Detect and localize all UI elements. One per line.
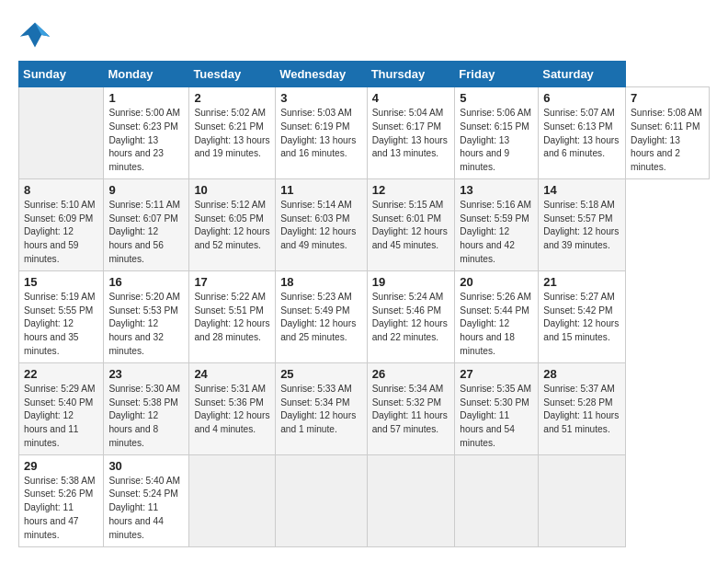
day-info: Sunrise: 5:08 AMSunset: 6:11 PMDaylight:…	[631, 107, 704, 175]
day-number: 25	[280, 367, 362, 381]
day-info: Sunrise: 5:04 AMSunset: 6:17 PMDaylight:…	[372, 107, 450, 161]
calendar-week-row: 8Sunrise: 5:10 AMSunset: 6:09 PMDaylight…	[19, 178, 710, 270]
calendar-cell: 21Sunrise: 5:27 AMSunset: 5:42 PMDayligh…	[539, 270, 626, 362]
day-number: 26	[372, 367, 450, 381]
calendar-cell: 18Sunrise: 5:23 AMSunset: 5:49 PMDayligh…	[276, 270, 368, 362]
day-header-monday: Monday	[104, 62, 189, 87]
calendar-cell: 7Sunrise: 5:08 AMSunset: 6:11 PMDaylight…	[626, 87, 710, 179]
calendar-cell: 10Sunrise: 5:12 AMSunset: 6:05 PMDayligh…	[189, 178, 276, 270]
calendar-cell: 9Sunrise: 5:11 AMSunset: 6:07 PMDaylight…	[104, 178, 189, 270]
calendar-cell: 30Sunrise: 5:40 AMSunset: 5:24 PMDayligh…	[104, 454, 189, 546]
calendar-table: SundayMondayTuesdayWednesdayThursdayFrid…	[18, 61, 710, 547]
day-number: 8	[24, 183, 98, 197]
calendar-cell: 6Sunrise: 5:07 AMSunset: 6:13 PMDaylight…	[539, 87, 626, 179]
logo	[18, 18, 57, 52]
day-header-thursday: Thursday	[367, 62, 455, 87]
calendar-cell: 24Sunrise: 5:31 AMSunset: 5:36 PMDayligh…	[189, 362, 276, 454]
calendar-cell	[539, 454, 626, 546]
day-info: Sunrise: 5:24 AMSunset: 5:46 PMDaylight:…	[372, 291, 450, 345]
day-info: Sunrise: 5:31 AMSunset: 5:36 PMDaylight:…	[194, 383, 270, 437]
calendar-cell	[367, 454, 455, 546]
calendar-cell: 28Sunrise: 5:37 AMSunset: 5:28 PMDayligh…	[539, 362, 626, 454]
day-info: Sunrise: 5:22 AMSunset: 5:51 PMDaylight:…	[194, 291, 270, 345]
calendar-cell: 16Sunrise: 5:20 AMSunset: 5:53 PMDayligh…	[104, 270, 189, 362]
calendar-cell: 13Sunrise: 5:16 AMSunset: 5:59 PMDayligh…	[455, 178, 539, 270]
day-info: Sunrise: 5:14 AMSunset: 6:03 PMDaylight:…	[280, 199, 362, 253]
day-number: 5	[460, 91, 533, 105]
calendar-cell: 3Sunrise: 5:03 AMSunset: 6:19 PMDaylight…	[276, 87, 368, 179]
calendar-cell: 15Sunrise: 5:19 AMSunset: 5:55 PMDayligh…	[19, 270, 104, 362]
day-info: Sunrise: 5:12 AMSunset: 6:05 PMDaylight:…	[194, 199, 270, 253]
day-header-friday: Friday	[455, 62, 539, 87]
calendar-cell	[189, 454, 276, 546]
day-number: 21	[543, 275, 620, 289]
day-info: Sunrise: 5:18 AMSunset: 5:57 PMDaylight:…	[543, 199, 620, 253]
day-info: Sunrise: 5:29 AMSunset: 5:40 PMDaylight:…	[24, 383, 98, 451]
calendar-cell: 4Sunrise: 5:04 AMSunset: 6:17 PMDaylight…	[367, 87, 455, 179]
day-number: 19	[372, 275, 450, 289]
calendar-cell: 20Sunrise: 5:26 AMSunset: 5:44 PMDayligh…	[455, 270, 539, 362]
day-number: 18	[280, 275, 362, 289]
calendar-cell	[19, 87, 104, 179]
day-number: 17	[194, 275, 270, 289]
day-info: Sunrise: 5:16 AMSunset: 5:59 PMDaylight:…	[460, 199, 533, 267]
day-info: Sunrise: 5:37 AMSunset: 5:28 PMDaylight:…	[543, 383, 620, 437]
calendar-week-row: 29Sunrise: 5:38 AMSunset: 5:26 PMDayligh…	[19, 454, 710, 546]
calendar-cell	[276, 454, 368, 546]
day-info: Sunrise: 5:27 AMSunset: 5:42 PMDaylight:…	[543, 291, 620, 345]
day-number: 12	[372, 183, 450, 197]
day-header-tuesday: Tuesday	[189, 62, 276, 87]
calendar-cell: 27Sunrise: 5:35 AMSunset: 5:30 PMDayligh…	[455, 362, 539, 454]
day-number: 2	[194, 91, 270, 105]
calendar-cell: 1Sunrise: 5:00 AMSunset: 6:23 PMDaylight…	[104, 87, 189, 179]
calendar-header-row: SundayMondayTuesdayWednesdayThursdayFrid…	[19, 62, 710, 87]
day-number: 27	[460, 367, 533, 381]
day-number: 28	[543, 367, 620, 381]
day-number: 16	[108, 275, 184, 289]
day-info: Sunrise: 5:02 AMSunset: 6:21 PMDaylight:…	[194, 107, 270, 161]
day-number: 6	[543, 91, 620, 105]
day-number: 9	[108, 183, 184, 197]
day-info: Sunrise: 5:06 AMSunset: 6:15 PMDaylight:…	[460, 107, 533, 175]
day-info: Sunrise: 5:11 AMSunset: 6:07 PMDaylight:…	[108, 199, 184, 267]
day-info: Sunrise: 5:40 AMSunset: 5:24 PMDaylight:…	[108, 475, 184, 543]
calendar-week-row: 15Sunrise: 5:19 AMSunset: 5:55 PMDayligh…	[19, 270, 710, 362]
day-info: Sunrise: 5:19 AMSunset: 5:55 PMDaylight:…	[24, 291, 98, 359]
day-number: 22	[24, 367, 98, 381]
day-number: 11	[280, 183, 362, 197]
day-info: Sunrise: 5:38 AMSunset: 5:26 PMDaylight:…	[24, 475, 98, 543]
day-info: Sunrise: 5:33 AMSunset: 5:34 PMDaylight:…	[280, 383, 362, 437]
page-header	[18, 18, 710, 52]
day-info: Sunrise: 5:10 AMSunset: 6:09 PMDaylight:…	[24, 199, 98, 267]
day-info: Sunrise: 5:15 AMSunset: 6:01 PMDaylight:…	[372, 199, 450, 253]
day-info: Sunrise: 5:34 AMSunset: 5:32 PMDaylight:…	[372, 383, 450, 437]
logo-bird-icon	[18, 18, 51, 52]
day-info: Sunrise: 5:35 AMSunset: 5:30 PMDaylight:…	[460, 383, 533, 451]
calendar-cell: 12Sunrise: 5:15 AMSunset: 6:01 PMDayligh…	[367, 178, 455, 270]
calendar-cell: 29Sunrise: 5:38 AMSunset: 5:26 PMDayligh…	[19, 454, 104, 546]
calendar-cell: 14Sunrise: 5:18 AMSunset: 5:57 PMDayligh…	[539, 178, 626, 270]
day-number: 14	[543, 183, 620, 197]
day-number: 29	[24, 459, 98, 473]
calendar-cell: 22Sunrise: 5:29 AMSunset: 5:40 PMDayligh…	[19, 362, 104, 454]
calendar-cell: 5Sunrise: 5:06 AMSunset: 6:15 PMDaylight…	[455, 87, 539, 179]
day-number: 1	[108, 91, 184, 105]
calendar-week-row: 22Sunrise: 5:29 AMSunset: 5:40 PMDayligh…	[19, 362, 710, 454]
day-info: Sunrise: 5:30 AMSunset: 5:38 PMDaylight:…	[108, 383, 184, 451]
day-header-wednesday: Wednesday	[276, 62, 368, 87]
calendar-cell: 25Sunrise: 5:33 AMSunset: 5:34 PMDayligh…	[276, 362, 368, 454]
calendar-cell: 8Sunrise: 5:10 AMSunset: 6:09 PMDaylight…	[19, 178, 104, 270]
day-number: 20	[460, 275, 533, 289]
day-number: 7	[631, 91, 704, 105]
day-info: Sunrise: 5:03 AMSunset: 6:19 PMDaylight:…	[280, 107, 362, 161]
calendar-cell: 19Sunrise: 5:24 AMSunset: 5:46 PMDayligh…	[367, 270, 455, 362]
day-header-sunday: Sunday	[19, 62, 104, 87]
calendar-cell	[455, 454, 539, 546]
day-info: Sunrise: 5:23 AMSunset: 5:49 PMDaylight:…	[280, 291, 362, 345]
day-number: 10	[194, 183, 270, 197]
day-info: Sunrise: 5:20 AMSunset: 5:53 PMDaylight:…	[108, 291, 184, 359]
day-number: 30	[108, 459, 184, 473]
day-number: 4	[372, 91, 450, 105]
day-number: 23	[108, 367, 184, 381]
day-header-saturday: Saturday	[539, 62, 626, 87]
